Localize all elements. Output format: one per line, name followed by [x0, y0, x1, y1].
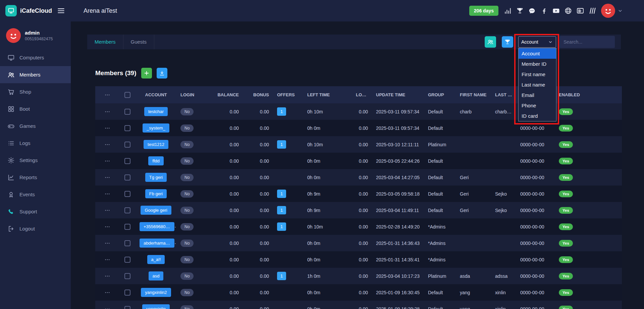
license-days-badge[interactable]: 206 days — [469, 6, 498, 16]
row-actions-button[interactable] — [104, 207, 111, 213]
account-button[interactable]: a_a!! — [147, 255, 165, 264]
row-actions-button[interactable] — [104, 273, 111, 279]
account-button[interactable]: _system_ — [143, 123, 169, 133]
offers-badge[interactable]: 1 — [277, 190, 286, 198]
row-actions-button[interactable] — [104, 142, 111, 148]
sidebar-item-boot[interactable]: Boot — [0, 100, 71, 117]
dropdown-option-account[interactable]: Account — [519, 48, 556, 59]
chevron-down-icon[interactable] — [617, 8, 623, 14]
account-button[interactable]: Google geri — [141, 206, 171, 215]
stats-icon[interactable] — [504, 7, 512, 15]
search-field-select[interactable]: Account — [518, 36, 556, 48]
row-checkbox[interactable] — [124, 306, 130, 309]
tab-guests[interactable]: Guests — [123, 35, 155, 49]
row-checkbox[interactable] — [124, 158, 130, 164]
row-actions-button[interactable] — [104, 191, 111, 197]
row-checkbox[interactable] — [124, 257, 130, 263]
account-button[interactable]: test1212 — [144, 140, 168, 149]
column-header-login: LOGIN — [176, 86, 213, 103]
dropdown-option-first-name[interactable]: First name — [519, 69, 556, 80]
youtube-icon[interactable] — [552, 7, 560, 15]
dropdown-option-id-card[interactable]: ID card — [519, 111, 556, 121]
sidebar-item-reports[interactable]: Reports — [0, 169, 71, 186]
trophy-icon[interactable] — [516, 7, 524, 15]
account-button[interactable]: abderhaman_ — [140, 239, 174, 248]
row-checkbox[interactable] — [124, 109, 130, 115]
sidebar-item-settings[interactable]: Settings — [0, 152, 71, 169]
tab-members[interactable]: Members — [87, 35, 123, 49]
enabled-badge[interactable]: Yes — [559, 158, 573, 164]
row-actions-button[interactable] — [104, 290, 111, 296]
enabled-badge[interactable]: Yes — [559, 289, 573, 296]
row-actions-button[interactable] — [104, 224, 111, 230]
enabled-badge[interactable]: Yes — [559, 207, 573, 214]
row-actions-button[interactable] — [104, 125, 111, 131]
row-checkbox[interactable] — [124, 207, 130, 213]
row-actions-button[interactable] — [104, 306, 111, 309]
user-avatar[interactable] — [601, 4, 615, 18]
row-actions-button[interactable] — [104, 158, 111, 164]
enabled-badge[interactable]: Yes — [559, 240, 573, 247]
members-view-button[interactable] — [485, 36, 496, 48]
add-member-button[interactable] — [141, 68, 152, 79]
enabled-badge[interactable]: Yes — [559, 223, 573, 230]
account-button[interactable]: testchar — [144, 107, 168, 116]
dropdown-option-last-name[interactable]: Last name — [519, 80, 556, 90]
sidebar-item-logs[interactable]: Logs — [0, 135, 71, 152]
row-checkbox[interactable] — [124, 174, 130, 181]
enabled-badge[interactable]: Yes — [559, 174, 573, 181]
account-button[interactable]: Fb geri — [145, 189, 167, 198]
enabled-badge[interactable]: Yes — [559, 141, 573, 148]
account-button[interactable]: asd — [149, 271, 164, 280]
sidebar-item-shop[interactable]: Shop — [0, 83, 71, 100]
account-button[interactable]: ffdd — [148, 156, 163, 165]
offers-badge[interactable]: 1 — [277, 206, 286, 214]
globe-icon[interactable] — [564, 7, 572, 15]
offers-badge[interactable]: 1 — [277, 222, 286, 231]
sidebar-item-members[interactable]: Members — [0, 66, 71, 83]
steam-icon[interactable] — [588, 7, 596, 15]
row-actions-button[interactable] — [104, 174, 111, 181]
sidebar-item-logout[interactable]: Logout — [0, 220, 71, 237]
cell-offers: 1 — [273, 268, 303, 284]
row-actions-button[interactable] — [104, 109, 111, 115]
dropdown-option-member-id[interactable]: Member ID — [519, 59, 556, 69]
export-members-button[interactable] — [157, 68, 167, 79]
account-button[interactable]: yangxinlin2 — [141, 288, 171, 297]
row-checkbox[interactable] — [124, 191, 130, 197]
account-button[interactable]: yangxinlin — [142, 304, 170, 309]
dropdown-option-phone[interactable]: Phone — [519, 100, 556, 111]
row-actions-button[interactable] — [104, 240, 111, 246]
row-checkbox[interactable] — [124, 224, 130, 230]
row-checkbox[interactable] — [124, 240, 130, 246]
sidebar-item-games[interactable]: Games — [0, 117, 71, 135]
row-actions-button[interactable] — [104, 257, 111, 263]
sidebar-item-support[interactable]: Support — [0, 203, 71, 220]
enabled-badge[interactable]: Yes — [559, 306, 573, 309]
offers-badge[interactable]: 1 — [277, 107, 286, 116]
enabled-badge[interactable]: Yes — [559, 191, 573, 197]
menu-icon[interactable] — [57, 6, 65, 15]
account-button[interactable]: Tg geri — [145, 173, 167, 182]
enabled-badge[interactable]: Yes — [559, 125, 573, 132]
enabled-badge[interactable]: Yes — [559, 108, 573, 115]
enabled-badge[interactable]: Yes — [559, 273, 573, 279]
row-checkbox[interactable] — [124, 290, 130, 296]
facebook-icon[interactable] — [540, 7, 548, 15]
offers-badge[interactable]: 1 — [277, 272, 286, 280]
sidebar-item-computers[interactable]: Computers — [0, 49, 71, 66]
license-icon[interactable] — [576, 7, 584, 15]
row-checkbox[interactable] — [124, 125, 130, 131]
offers-badge[interactable]: 1 — [277, 140, 286, 149]
row-checkbox[interactable] — [124, 273, 130, 279]
row-checkbox[interactable] — [124, 142, 130, 148]
select-all-checkbox[interactable] — [124, 92, 130, 98]
dropdown-option-email[interactable]: Email — [519, 90, 556, 100]
cell-enabled: Yes — [555, 136, 622, 153]
search-input[interactable] — [559, 36, 615, 48]
leaderboard-button[interactable] — [502, 36, 513, 48]
account-button[interactable]: +35569680439 — [140, 222, 174, 231]
enabled-badge[interactable]: Yes — [559, 256, 573, 263]
sidebar-item-events[interactable]: Events — [0, 186, 71, 203]
discord-icon[interactable] — [528, 7, 536, 15]
